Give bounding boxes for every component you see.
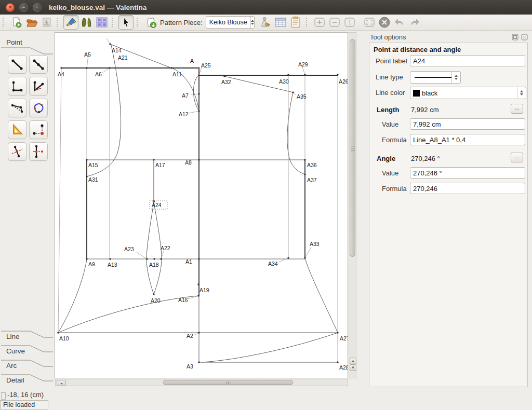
pointer-tool-button[interactable] [118,15,134,30]
tab-line[interactable]: Line [6,333,20,340]
pattern-point-A10[interactable] [57,332,59,333]
point-label-A32[interactable]: A32 [221,79,231,85]
line-color-combobox[interactable]: black [410,87,526,99]
tool-point-along-line[interactable] [29,55,48,74]
point-label-A6[interactable]: A6 [95,71,102,77]
tool-intersection-line-axis[interactable] [8,142,26,161]
pattern-point-A9[interactable] [86,258,87,259]
combo-spinner[interactable] [250,17,254,28]
pattern-point-A28[interactable] [337,361,338,363]
point-label-A[interactable]: A [190,58,194,64]
scroll-up-stepper[interactable]: ▲ [350,358,356,364]
point-label-A13[interactable]: A13 [108,262,117,268]
point-label-A16[interactable]: A16 [178,297,188,303]
undo-button[interactable] [393,16,407,29]
pattern-point-A34[interactable] [287,257,289,258]
horizontal-scrollbar-thumb[interactable] [163,380,293,385]
pattern-point-A37[interactable] [304,173,305,175]
point-label-A33[interactable]: A33 [310,241,320,247]
pattern-point-A36[interactable] [304,159,305,160]
pattern-point-A3[interactable] [198,361,200,363]
point-label-A30[interactable]: A30 [279,78,289,85]
pattern-point-A23[interactable] [146,258,148,259]
pattern-point-A20[interactable] [153,293,154,295]
pattern-point-A30[interactable] [287,74,289,75]
tool-bisector-point[interactable] [29,77,48,95]
variables-table-button[interactable] [274,16,288,29]
pattern-point-A27[interactable] [337,332,338,333]
angle-formula-input[interactable]: 270,246 [410,183,525,194]
pattern-point-A31[interactable] [86,175,87,177]
point-label-A26[interactable]: A26 [339,78,348,85]
point-label-A25[interactable]: A25 [201,62,211,69]
point-label-A35[interactable]: A35 [297,93,307,100]
point-label-A12[interactable]: A12 [179,111,189,117]
point-label-A28[interactable]: A28 [339,364,348,371]
pattern-point-A32[interactable] [223,75,225,77]
angle-formula-expand-button[interactable]: ... [511,153,523,162]
pattern-point-A14[interactable] [109,43,111,45]
pattern-point-A19[interactable] [197,283,199,285]
zoom-fit-button[interactable] [363,16,377,29]
point-label-A4[interactable]: A4 [58,71,64,77]
tab-arc[interactable]: Arc [6,362,17,370]
pattern-point-A5[interactable] [86,67,87,69]
horizontal-scrollbar[interactable]: ◂ [55,379,348,386]
point-label-A20[interactable]: A20 [151,297,161,304]
tab-point[interactable]: Point [6,38,22,46]
tool-triangle[interactable] [8,120,26,139]
minimize-window-button[interactable]: – [19,3,28,12]
point-label-A37[interactable]: A37 [307,177,317,183]
scroll-left-stepper[interactable]: ◂ [57,380,66,386]
pattern-point-A[interactable] [198,67,200,69]
layout-mode-button[interactable] [95,16,109,29]
tool-shoulder-point[interactable] [8,99,26,117]
vertical-scrollbar-thumb[interactable] [350,39,355,257]
pattern-point-A16[interactable] [197,295,199,296]
zoom-in-button[interactable] [313,16,327,29]
drawing-canvas[interactable]: AA1A2A3A4A5A6A7A8A9A10A11A12A13A14A15A16… [55,32,348,378]
point-label-A14[interactable]: A14 [112,47,122,53]
point-label-A19[interactable]: A19 [200,287,209,293]
details-mode-button[interactable] [79,16,94,29]
pattern-point-A6[interactable] [109,67,110,69]
tool-point-of-contact[interactable] [29,99,48,117]
save-button[interactable] [39,16,54,29]
length-formula-expand-button[interactable]: ... [511,104,523,114]
scroll-down-stepper[interactable]: ▼ [350,364,356,371]
pattern-point-A29[interactable] [304,74,305,75]
length-formula-input[interactable]: Line_A8_A1 * 0,4 [410,134,525,145]
point-label-A8[interactable]: A8 [185,159,192,166]
stop-tool-button[interactable] [378,16,392,29]
float-dock-icon[interactable] [512,34,518,40]
tool-perpendicular-point[interactable] [8,77,26,95]
pattern-point-A4[interactable] [60,67,62,69]
point-label-A31[interactable]: A31 [88,176,98,183]
draw-mode-button[interactable] [63,15,78,30]
point-label-A27[interactable]: A27 [340,335,348,341]
point-label-A24[interactable]: A24 [152,202,162,208]
pattern-point-A22[interactable] [160,258,162,259]
line-type-combobox[interactable] [410,71,461,84]
tab-detail[interactable]: Detail [6,376,24,384]
redo-button[interactable] [408,16,422,29]
zoom-original-button[interactable]: 1 [343,16,357,29]
point-label-A1[interactable]: A1 [185,258,192,265]
pattern-point-A15[interactable] [86,159,87,160]
point-label-A15[interactable]: A15 [88,162,98,168]
pattern-point-A7[interactable] [198,93,200,94]
line-color-spinner[interactable] [517,87,526,99]
pattern-point-A26[interactable] [337,74,338,75]
point-label-A7[interactable]: A7 [182,92,189,99]
point-label-A9[interactable]: A9 [88,261,95,267]
tool-line-between-points[interactable] [8,55,26,74]
point-label-A34[interactable]: A34 [268,261,278,267]
close-dock-icon[interactable] [521,34,528,40]
point-label-A2[interactable]: A2 [187,333,193,339]
pattern-point-A18[interactable] [153,258,155,259]
point-label-A5[interactable]: A5 [84,51,91,58]
vertical-scrollbar[interactable]: ▲ ▼ [349,32,356,378]
pattern-point-A17[interactable] [153,159,154,160]
pattern-point-A2[interactable] [198,332,200,333]
point-label-A29[interactable]: A29 [298,61,308,67]
